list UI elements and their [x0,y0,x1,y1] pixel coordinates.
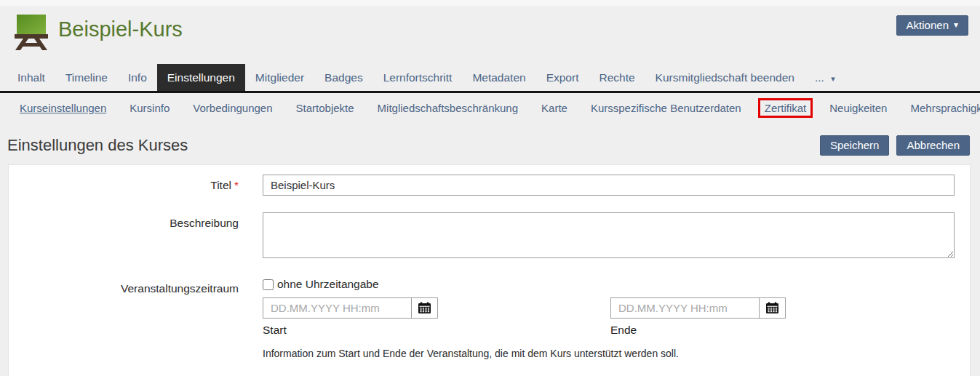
cancel-button[interactable]: Abbrechen [896,135,970,156]
without-time-label: ohne Uhrzeitangabe [277,278,379,291]
actions-button[interactable]: Aktionen ▾ [896,15,968,36]
description-textarea[interactable] [263,212,955,258]
form-row-event-period: Veranstaltungszeitraum ohne Uhrzeitangab… [9,278,970,359]
calendar-icon [765,302,779,314]
calendar-icon [418,302,431,314]
caret-down-icon: ▾ [954,20,958,29]
settings-form: Titel* Beschreibung Veranstaltungszeitra… [8,164,971,376]
subtab-kursspezifische-benutzerdaten[interactable]: Kursspezifische Benutzerdaten [584,98,748,118]
subtab-startobjekte[interactable]: Startobjekte [290,98,361,118]
subtab-kursinfo[interactable]: Kursinfo [123,98,176,118]
content-header: Einstellungen des Kurses Speichern Abbre… [0,124,980,163]
subtab-zertifikat-highlighted[interactable]: Zertifikat [758,98,813,118]
caret-down-icon: ▾ [831,74,835,83]
subtab-kurseinstellungen[interactable]: Kurseinstellungen [13,98,113,118]
event-period-info: Information zum Start und Ende der Veran… [263,348,958,359]
subtab-karte[interactable]: Karte [535,98,574,118]
without-time-checkbox[interactable] [263,279,274,290]
title-label: Titel* [9,175,263,196]
tab-timeline[interactable]: Timeline [55,66,118,91]
tab-rechte[interactable]: Rechte [589,66,645,91]
sub-tab-bar: Kurseinstellungen Kursinfo Vorbedingunge… [0,93,980,124]
tab-info[interactable]: Info [118,66,157,91]
save-button[interactable]: Speichern [820,135,890,156]
main-tab-bar: Inhalt Timeline Info Einstellungen Mitgl… [0,64,980,93]
required-marker: * [234,179,239,191]
section-title: Einstellungen des Kurses [7,136,813,155]
form-row-title: Titel* [9,175,970,196]
start-calendar-button[interactable] [412,297,438,319]
tab-lernfortschritt[interactable]: Lernfortschritt [373,66,463,91]
subtab-mitgliedschaftsbeschraenkung[interactable]: Mitgliedschaftsbeschränkung [371,98,525,118]
tab-badges[interactable]: Badges [314,66,373,91]
end-caption: Ende [610,324,958,337]
subtab-vorbedingungen[interactable]: Vorbedingungen [186,98,279,118]
start-caption: Start [263,324,610,337]
title-input[interactable] [263,175,955,196]
start-date-input[interactable] [263,297,412,319]
tab-mitglieder[interactable]: Mitglieder [245,66,314,91]
tab-more-label: ... [815,71,824,84]
tab-inhalt[interactable]: Inhalt [7,66,55,91]
tab-kursmitgliedschaft-beenden[interactable]: Kursmitgliedschaft beenden [645,66,805,91]
tab-metadaten[interactable]: Metadaten [462,66,535,91]
form-row-description: Beschreibung [9,212,970,261]
end-date-column: Ende [610,297,958,337]
tab-einstellungen[interactable]: Einstellungen [157,64,245,91]
start-date-column: Start [263,297,610,337]
course-icon [15,14,48,53]
subtab-neuigkeiten[interactable]: Neuigkeiten [823,98,893,118]
event-period-label: Veranstaltungszeitraum [9,278,263,359]
end-date-input[interactable] [610,297,760,319]
tab-export[interactable]: Export [536,66,589,91]
end-calendar-button[interactable] [760,297,786,319]
top-strip [0,0,980,6]
page-title: Beispiel-Kurs [58,17,183,41]
actions-button-label: Aktionen [907,19,949,31]
tab-more[interactable]: ... ▾ [805,66,845,91]
subtab-mehrsprachigkeit[interactable]: Mehrsprachigkeit [904,98,980,118]
description-label: Beschreibung [9,212,263,261]
page-header: Beispiel-Kurs Aktionen ▾ [0,6,980,64]
